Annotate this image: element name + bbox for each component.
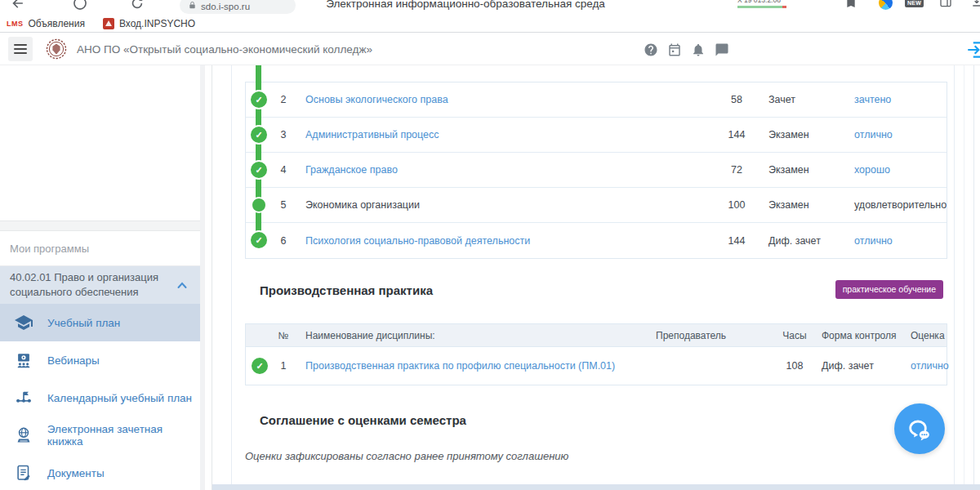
col-discipline: Наименование дисциплины: — [305, 324, 435, 346]
hours-cell: 58 — [710, 82, 764, 117]
content-card-right-border — [954, 65, 955, 484]
sidebar: Мои программы 40.02.01 Право и организац… — [0, 65, 212, 490]
webinar-icon — [14, 351, 33, 369]
subject-row: 4 Гражданское право 72 Экзамен хорошо — [246, 153, 947, 188]
milestone-flag-icon — [14, 389, 33, 407]
logout-icon[interactable] — [965, 39, 980, 60]
grade-link[interactable]: зачтено — [854, 82, 891, 117]
page-bottom-strip — [212, 484, 980, 490]
col-control-form: Форма контроля — [822, 324, 897, 346]
download-icon[interactable] — [970, 0, 980, 9]
scroll-gutter-line — [964, 65, 964, 484]
notifications-bell-icon[interactable] — [691, 42, 706, 57]
calendar-icon[interactable] — [667, 42, 682, 57]
practice-link[interactable]: Производственная практика по профилю спе… — [305, 347, 615, 385]
subject-row: 5 Экономика организации 100 Экзамен удов… — [246, 188, 947, 223]
practice-table-header: № Наименование дисциплины: Преподаватель… — [246, 324, 947, 347]
col-grade: Оценка — [911, 324, 945, 346]
subjects-table: 2 Основы экологического права 58 Зачет з… — [245, 82, 947, 259]
messages-icon[interactable] — [715, 42, 729, 57]
control-form-cell: Экзамен — [768, 153, 809, 187]
agreement-section-title: Соглашение с оценками семестра — [260, 413, 466, 427]
college-emblem-logo — [46, 38, 67, 60]
control-form-cell: Экзамен — [768, 118, 809, 152]
window-scrollbar-track[interactable] — [973, 65, 974, 484]
content-card-left-border — [231, 65, 232, 484]
agreement-note: Оценки зафиксированы согласно ранее прин… — [245, 450, 568, 462]
progress-dot-icon — [251, 197, 267, 213]
sidebar-item-label: Учебный план — [47, 317, 120, 329]
sidebar-item-calendar-plan[interactable]: Календарный учебный план — [0, 379, 200, 416]
sidebar-divider-band — [0, 220, 200, 231]
grade-link[interactable]: отлично — [911, 347, 949, 385]
extension-progress-widget[interactable]: Х 19 013.2.08 — [737, 0, 786, 8]
sidebar-item-curriculum[interactable]: Учебный план — [0, 304, 200, 341]
control-form-cell: Диф. зачет — [822, 347, 874, 385]
browser-toolbar: sdo.i-spo.ru Электронная информационно-о… — [0, 0, 980, 15]
sidebar-item-gradebook[interactable]: Электронная зачетная книжка — [0, 416, 200, 454]
new-extension-badge[interactable]: NEW — [905, 0, 924, 7]
subject-row: 2 Основы экологического права 58 Зачет з… — [246, 82, 947, 118]
row-number: 1 — [274, 347, 292, 385]
sidebar-item-label: Электронная зачетная книжка — [47, 423, 200, 448]
sidebar-program-header[interactable]: 40.02.01 Право и организация социального… — [0, 266, 200, 304]
row-number: 5 — [274, 188, 292, 222]
grade-text: удовлетворительно — [854, 188, 947, 222]
row-number: 2 — [274, 82, 292, 117]
row-number: 3 — [274, 118, 292, 152]
sidebar-item-webinars[interactable]: Вебинары — [0, 341, 200, 379]
practice-section-title: Производственная практика — [260, 283, 433, 297]
sidebar-item-label: Календарный учебный план — [47, 392, 192, 404]
subject-row: 3 Административный процесс 144 Экзамен о… — [246, 118, 947, 153]
app-header: АНО ПО «Открытый социально-экономический… — [0, 33, 980, 65]
subject-link[interactable]: Административный процесс — [305, 118, 439, 152]
globe-book-icon — [14, 426, 33, 444]
screen: sdo.i-spo.ru Электронная информационно-о… — [0, 0, 980, 490]
subject-link[interactable]: Гражданское право — [305, 153, 398, 187]
extension-progress-bar — [737, 6, 786, 8]
col-teacher: Преподаватель — [656, 324, 726, 346]
sidebar-item-label: Документы — [47, 467, 105, 479]
bookmark-label: Вход.INPSYCHO — [119, 18, 195, 29]
subject-name: Экономика организации — [305, 188, 420, 222]
bookmark-inpsycho[interactable]: Вход.INPSYCHO — [103, 18, 195, 29]
menu-toggle-button[interactable] — [8, 37, 33, 61]
sidebar-section-label: Мои программы — [0, 232, 200, 266]
completed-check-icon — [249, 90, 269, 109]
graduation-cap-icon — [14, 313, 33, 332]
document-pen-icon — [14, 464, 33, 482]
completed-check-icon — [250, 356, 270, 376]
bookmarks-bar: LMS Объявления Вход.INPSYCHO — [0, 15, 980, 33]
sidebar-item-documents[interactable]: Документы — [0, 454, 200, 490]
completed-check-icon — [249, 230, 269, 250]
practice-table: № Наименование дисциплины: Преподаватель… — [245, 323, 947, 385]
extension-widget-text: Х 19 013.2.08 — [737, 0, 786, 4]
bookmark-flag-icon[interactable] — [844, 0, 858, 9]
col-number: № — [274, 324, 292, 346]
control-form-cell: Экзамен — [768, 188, 809, 222]
page-title: Электронная информационно-образовательна… — [0, 0, 931, 10]
help-icon[interactable] — [644, 42, 658, 57]
chevron-up-icon — [177, 282, 187, 289]
organization-name: АНО ПО «Открытый социально-экономический… — [77, 33, 372, 65]
completed-check-icon — [249, 160, 269, 180]
control-form-cell: Зачет — [768, 82, 795, 117]
subject-link[interactable]: Психология социально-правовой деятельнос… — [305, 223, 530, 258]
side-panel-icon[interactable] — [939, 0, 952, 9]
col-hours: Часы — [768, 324, 821, 346]
grade-link[interactable]: отлично — [854, 223, 893, 258]
grade-link[interactable]: хорошо — [854, 153, 890, 187]
practical-training-badge: практическое обучение — [835, 280, 943, 299]
control-form-cell: Диф. зачет — [768, 223, 821, 258]
program-label: 40.02.01 Право и организация социального… — [10, 271, 158, 298]
support-chat-button[interactable] — [894, 403, 945, 454]
chat-bubbles-icon — [906, 415, 933, 443]
grade-link[interactable]: отлично — [854, 118, 893, 152]
subject-link[interactable]: Основы экологического права — [305, 82, 448, 117]
bookmark-announcements[interactable]: LMS Объявления — [7, 18, 85, 29]
hours-cell: 144 — [710, 118, 764, 152]
sidebar-scrollbar[interactable] — [200, 65, 205, 490]
row-number: 4 — [274, 153, 292, 187]
completed-check-icon — [249, 125, 269, 145]
sidebar-item-label: Вебинары — [47, 354, 100, 367]
